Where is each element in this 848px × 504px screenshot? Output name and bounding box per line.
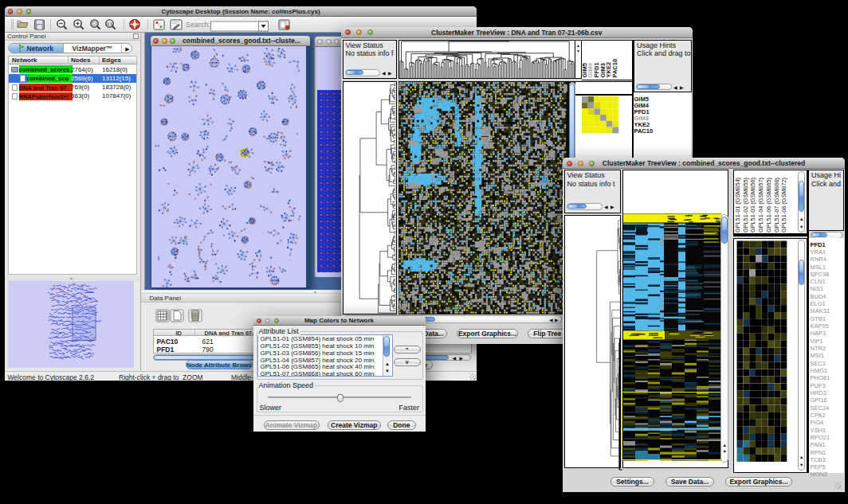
svg-text:GPL51-02 (GSM855): GPL51-02 (GSM855) (742, 178, 749, 232)
svg-text:GPL51-04 (GSM857): GPL51-04 (GSM857) (757, 178, 764, 232)
svg-text:PAC10: PAC10 (611, 58, 618, 77)
svg-text:GPL51-06 (GSM865): GPL51-06 (GSM865) (765, 178, 772, 232)
svg-text:1:1: 1:1 (107, 22, 112, 26)
svg-text:Search:: Search: (186, 21, 210, 29)
svg-text:GPL51-01 (GSM854): GPL51-01 (GSM854) (734, 178, 741, 232)
svg-text:GPL51-07 (GSM868): GPL51-07 (GSM868) (773, 178, 780, 232)
svg-text:GPL51-08 (GSM872): GPL51-08 (GSM872) (780, 178, 787, 232)
svg-text:GPL51-03 (GSM856): GPL51-03 (GSM856) (749, 178, 756, 232)
